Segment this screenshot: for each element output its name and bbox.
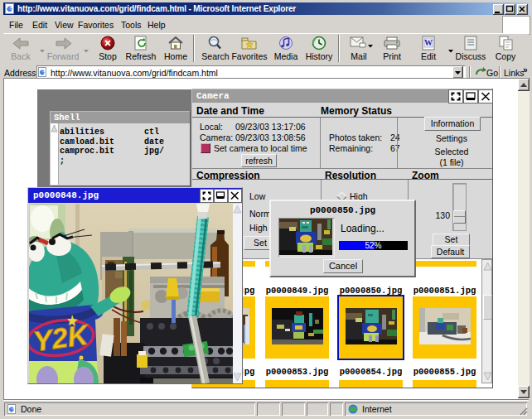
svg-text:W: W (424, 38, 433, 47)
